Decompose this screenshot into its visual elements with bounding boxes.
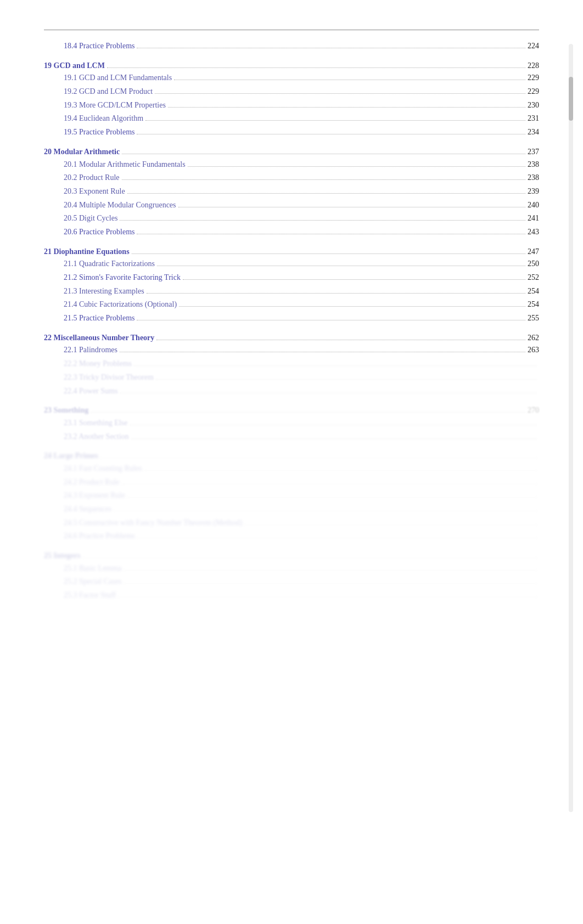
toc-page-number: 229	[528, 72, 539, 84]
sub-entry[interactable]: 21.5 Practice Problems255	[44, 312, 539, 324]
toc-text: 22.2 Money Problems	[64, 359, 132, 368]
toc-text: 24.2 Product Rule	[64, 478, 120, 486]
toc-page-number: 243	[528, 226, 539, 238]
toc-label: 20.3 Exponent Rule	[64, 185, 125, 198]
toc-label: 22.1 Palindromes	[64, 344, 117, 356]
page-header	[44, 26, 539, 30]
toc-content: 18.4 Practice Problems22419 GCD and LCM2…	[44, 40, 539, 601]
section-group: 22 Miscellaneous Number Theory26222.1 Pa…	[44, 332, 539, 397]
toc-dots	[188, 166, 525, 167]
toc-text: 20.4 Multiple Modular Congruences	[64, 201, 176, 209]
toc-dots	[100, 458, 537, 458]
sub-entry[interactable]: 19.5 Practice Problems234	[44, 126, 539, 138]
toc-link[interactable]: 22 Miscellaneous Number Theory	[44, 334, 154, 342]
scrollbar[interactable]	[569, 44, 573, 812]
toc-label: 20.1 Modular Arithmetic Fundamentals	[64, 159, 186, 171]
sub-entry: 25.1 Basic Lemma	[44, 562, 539, 574]
toc-label: 25.1 Basic Lemma	[64, 562, 121, 574]
toc-link[interactable]: 19 GCD and LCM	[44, 61, 105, 70]
sub-entry: 24.5 Constructive with Fancy Number Theo…	[44, 517, 539, 529]
toc-dots	[156, 340, 525, 340]
sub-entry: 25.3 Factor Stuff	[44, 589, 539, 601]
toc-label: 20.2 Product Rule	[64, 172, 120, 184]
toc-dots	[83, 557, 537, 558]
toc-dots	[122, 179, 526, 180]
toc-dots	[178, 207, 525, 207]
toc-label: 21.4 Cubic Factorizations (Optional)	[64, 298, 177, 311]
toc-page-number: 250	[528, 258, 539, 270]
toc-text: 22.3 Tricky Divisor Theorem	[64, 373, 154, 381]
toc-dots	[168, 107, 525, 108]
chapter-entry[interactable]: 19 GCD and LCM228	[44, 60, 539, 72]
section-group: 23 Something27023.1 Something Else23.2 A…	[44, 404, 539, 442]
toc-dots	[124, 583, 537, 584]
toc-label: 19.4 Euclidean Algorithm	[64, 112, 143, 125]
toc-label: 25.3 Factor Stuff	[64, 589, 116, 601]
toc-text: 21.4 Cubic Factorizations (Optional)	[64, 300, 177, 308]
toc-page-number: 234	[528, 126, 539, 138]
toc-text: 21.3 Interesting Examples	[64, 287, 144, 295]
sub-entry: 21.1 Quadratic Factorizations250	[44, 258, 539, 270]
sub-entry: 22.2 Money Problems	[44, 358, 539, 370]
sub-entry: 23.1 Something Else	[44, 417, 539, 429]
toc-dots	[118, 597, 537, 598]
toc-dots	[130, 425, 537, 425]
sub-entry: 20.2 Product Rule238	[44, 172, 539, 184]
toc-dots	[156, 379, 537, 380]
sub-entry: 19.1 GCD and LCM Fundamentals229	[44, 72, 539, 84]
toc-link[interactable]: 20.6 Practice Problems	[64, 228, 134, 236]
toc-text: 23.2 Another Section	[64, 432, 129, 441]
toc-text: 24 Large Primes	[44, 452, 98, 460]
chapter-entry[interactable]: 22 Miscellaneous Number Theory262	[44, 332, 539, 344]
sub-entry: 21.4 Cubic Factorizations (Optional)254	[44, 298, 539, 311]
toc-link[interactable]: 18.4 Practice Problems	[64, 42, 134, 50]
toc-label: 24.5 Constructive with Fancy Number Theo…	[64, 517, 242, 529]
section-group: 24 Large Primes24.1 Fast Counting Rules2…	[44, 450, 539, 542]
toc-dots	[120, 220, 525, 221]
toc-label: 23 Something	[44, 404, 88, 416]
toc-page-number: 238	[528, 159, 539, 171]
toc-label: 24 Large Primes	[44, 450, 98, 462]
toc-page-number: 230	[528, 99, 539, 111]
section-group: 19 GCD and LCM22819.1 GCD and LCM Fundam…	[44, 60, 539, 138]
sub-entry[interactable]: 21.2 Simon's Favorite Factoring Trick252	[44, 272, 539, 284]
toc-page-number: 229	[528, 86, 539, 98]
toc-link[interactable]: 21.2 Simon's Favorite Factoring Trick	[64, 273, 181, 281]
section-group: 25 Integers25.1 Basic Lemma25.2 Special …	[44, 550, 539, 601]
toc-label: 22.3 Tricky Divisor Theorem	[64, 371, 154, 384]
toc-label: 18.4 Practice Problems	[64, 40, 134, 52]
chapter-entry[interactable]: 21 Diophantine Equations247	[44, 246, 539, 258]
toc-text: 23 Something	[44, 406, 88, 414]
toc-text: 24.3 Exponent Rule	[64, 491, 125, 499]
toc-page-number: 238	[528, 172, 539, 184]
toc-text: 25.3 Factor Stuff	[64, 591, 116, 599]
toc-link[interactable]: 21.5 Practice Problems	[64, 314, 134, 322]
section-group: 18.4 Practice Problems224	[44, 40, 539, 52]
toc-dots	[114, 511, 537, 511]
sub-entry: 24.2 Product Rule	[44, 476, 539, 488]
toc-page-number: 241	[528, 212, 539, 224]
toc-link[interactable]: 21 Diophantine Equations	[44, 247, 130, 256]
toc-label: 23.2 Another Section	[64, 431, 129, 443]
toc-link[interactable]: 19.5 Practice Problems	[64, 128, 134, 136]
sub-entry: 21.3 Interesting Examples254	[44, 285, 539, 297]
chapter-entry[interactable]: 20 Modular Arithmetic237	[44, 146, 539, 158]
toc-page-number: 254	[528, 298, 539, 311]
toc-label: 24.2 Product Rule	[64, 476, 120, 488]
toc-page-number: 255	[528, 312, 539, 324]
toc-dots	[179, 306, 525, 307]
toc-link[interactable]: 20 Modular Arithmetic	[44, 148, 120, 156]
toc-label: 22.4 Power Sums	[64, 385, 117, 397]
toc-label: 22.2 Money Problems	[64, 358, 132, 370]
toc-text: 23.1 Something Else	[64, 419, 127, 427]
scrollbar-thumb[interactable]	[569, 77, 573, 121]
sub-entry: 22.4 Power Sums	[44, 385, 539, 397]
sub-entry[interactable]: 20.6 Practice Problems243	[44, 226, 539, 238]
sub-entry: 24.3 Exponent Rule	[44, 489, 539, 502]
toc-text: 24.1 Fast Counting Rules	[64, 464, 142, 472]
toc-label: 19.2 GCD and LCM Product	[64, 86, 153, 98]
toc-label: 19.3 More GCD/LCM Properties	[64, 99, 166, 111]
toc-page-number: 237	[528, 146, 539, 158]
toc-dots	[127, 193, 525, 194]
sub-entry[interactable]: 18.4 Practice Problems224	[44, 40, 539, 52]
